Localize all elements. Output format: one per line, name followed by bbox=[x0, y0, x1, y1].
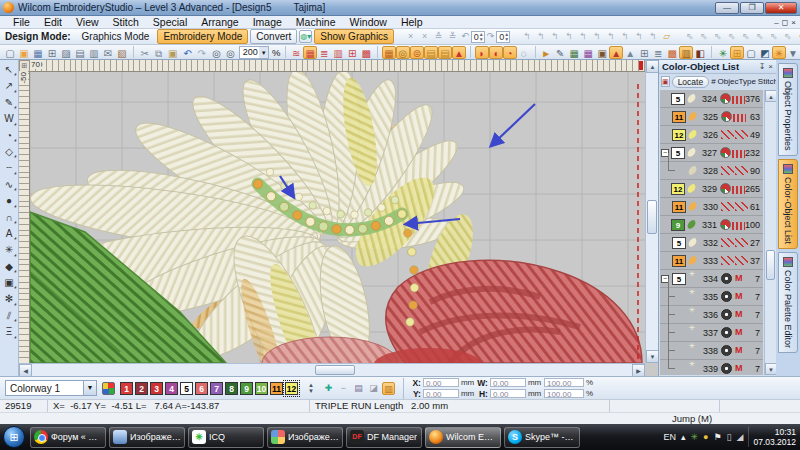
image-icon[interactable]: ▣ bbox=[595, 46, 609, 59]
tatami-fill-icon[interactable]: ◗ bbox=[475, 46, 489, 59]
height-scale-field[interactable]: 100.00 bbox=[544, 389, 584, 399]
undo-count-field[interactable]: 0▲▼ bbox=[471, 31, 485, 43]
object-row[interactable]: − 338 7 bbox=[660, 342, 763, 360]
menu-item[interactable]: Help bbox=[394, 16, 430, 28]
pin-icon[interactable]: ↧ bbox=[759, 62, 766, 71]
machine-icon[interactable]: ⊞ bbox=[637, 46, 651, 59]
cut-travel-icon[interactable]: × bbox=[404, 30, 417, 43]
zoom-level-combo[interactable]: 200▼ bbox=[239, 46, 269, 59]
undo-icon[interactable]: ↶ bbox=[181, 46, 195, 59]
locate-button[interactable]: Locate bbox=[672, 76, 710, 88]
travel-4-icon[interactable]: ↰ bbox=[562, 30, 575, 43]
vertical-scrollbar[interactable]: ▲ ▼ bbox=[645, 60, 658, 363]
reshape-icon[interactable]: ► bbox=[539, 46, 553, 59]
travel-7-icon[interactable]: ↰ bbox=[604, 30, 617, 43]
select-mode-3-icon[interactable]: ⇖ bbox=[711, 30, 724, 43]
menu-item[interactable]: Image bbox=[246, 16, 289, 28]
object-row[interactable]: − 11 330 61 bbox=[660, 198, 763, 216]
docked-panel-tab[interactable]: Color-Object List bbox=[778, 159, 798, 249]
menu-item[interactable]: Machine bbox=[289, 16, 343, 28]
colorway-table-icon[interactable]: ▦ bbox=[581, 46, 595, 59]
object-row[interactable]: − 5 324 376 bbox=[660, 90, 763, 108]
circle-tool[interactable]: ● bbox=[1, 193, 17, 209]
palette-color-chip[interactable]: 10 bbox=[255, 382, 268, 395]
redo-travel-icon[interactable]: ↷ bbox=[487, 30, 495, 43]
mdi-minimize-button[interactable]: – bbox=[774, 18, 778, 27]
tray-expand-arrow[interactable]: ▴ bbox=[681, 432, 686, 442]
object-row[interactable]: − 5 327 232 bbox=[660, 144, 763, 162]
resequence-icon[interactable]: ▣ bbox=[661, 76, 670, 87]
show-design-icon[interactable]: ▤ bbox=[438, 46, 452, 59]
taskbar-item[interactable]: Форум « Bro… bbox=[30, 427, 106, 448]
taskbar-item[interactable]: Изображен… bbox=[267, 427, 343, 448]
mdi-close-button[interactable]: × bbox=[791, 18, 796, 27]
hide-colors-icon[interactable]: ◪ bbox=[367, 382, 380, 395]
copy-icon[interactable]: ⧉ bbox=[152, 46, 166, 59]
select-mode-5-icon[interactable]: ⇖ bbox=[739, 30, 752, 43]
tray-coin-icon[interactable]: ● bbox=[703, 432, 708, 442]
hoop-globe-button[interactable]: ◍▾ bbox=[299, 30, 312, 43]
menu-item[interactable]: Stitch bbox=[106, 16, 146, 28]
design-properties-icon[interactable]: ▧ bbox=[115, 46, 129, 59]
show-background-icon[interactable]: ▤ bbox=[424, 46, 438, 59]
mdi-restore-button[interactable]: ◻ bbox=[782, 18, 789, 27]
select-mode-8-icon[interactable]: ⇖ bbox=[781, 30, 794, 43]
language-indicator[interactable]: EN bbox=[663, 432, 676, 442]
object-row[interactable]: − 12 326 49 bbox=[660, 126, 763, 144]
travel-10-icon[interactable]: ↰ bbox=[646, 30, 659, 43]
object-row[interactable]: − 11 325 63 bbox=[660, 108, 763, 126]
object-row[interactable]: − 11 333 37 bbox=[660, 252, 763, 270]
outline-run-icon[interactable]: ◌ bbox=[517, 46, 531, 59]
horizontal-scrollbar[interactable]: ◀ ▶ bbox=[19, 363, 645, 376]
h-field[interactable]: 0.00 bbox=[490, 389, 526, 399]
tray-network-icon[interactable]: ◢ bbox=[737, 432, 744, 442]
stitch-player-icon[interactable]: ▥ bbox=[679, 46, 693, 59]
stitch-edit-icon[interactable]: ✎ bbox=[553, 46, 567, 59]
print-palette-icon[interactable]: ▤ bbox=[352, 382, 365, 395]
object-row[interactable]: − 336 7 bbox=[660, 306, 763, 324]
abacus-icon[interactable]: ▩ bbox=[665, 46, 679, 59]
delete-travel-icon[interactable]: × bbox=[418, 30, 431, 43]
embroidery-design-canvas[interactable] bbox=[30, 72, 645, 363]
notes-icon[interactable]: ▢ bbox=[744, 46, 758, 59]
object-row[interactable]: − 5 332 27 bbox=[660, 234, 763, 252]
show-connectors-icon[interactable]: ≣ bbox=[317, 46, 331, 59]
lower-icon[interactable]: ≚ bbox=[446, 30, 459, 43]
object-row[interactable]: − 12 329 265 bbox=[660, 180, 763, 198]
select-tool[interactable]: ↖ bbox=[1, 62, 17, 78]
palette-color-chip[interactable]: 4 bbox=[165, 382, 178, 395]
remove-color-icon[interactable]: − bbox=[337, 382, 350, 395]
taskbar-clock[interactable]: 10:31 07.03.2012 bbox=[748, 427, 796, 447]
graphics-mode-button[interactable]: Graphics Mode bbox=[76, 29, 156, 44]
density-icon[interactable]: ≣ bbox=[651, 46, 665, 59]
block-tool[interactable]: ▣ bbox=[1, 275, 17, 291]
travel-9-icon[interactable]: ↰ bbox=[632, 30, 645, 43]
reshape-tool[interactable]: ↗ bbox=[1, 78, 17, 94]
show-hoop-icon[interactable]: ◎ bbox=[396, 46, 410, 59]
object-row[interactable]: − 328 90 bbox=[660, 162, 763, 180]
menu-item[interactable]: File bbox=[6, 16, 37, 28]
motif-fill-icon[interactable]: ◔ bbox=[503, 46, 517, 59]
knife-tool[interactable]: ✎ bbox=[1, 95, 17, 111]
ruler-origin-button[interactable]: ⊞ bbox=[19, 60, 30, 72]
send-email-icon[interactable]: ✉ bbox=[101, 46, 115, 59]
show-functions-icon[interactable]: ▩ bbox=[359, 46, 373, 59]
cut-icon[interactable]: ✂ bbox=[138, 46, 152, 59]
select-mode-7-icon[interactable]: ⇖ bbox=[767, 30, 780, 43]
minimize-button[interactable]: — bbox=[715, 2, 739, 14]
run-stitch-tool[interactable]: ┄ bbox=[1, 160, 17, 176]
show-outlines-icon[interactable]: ▥ bbox=[331, 46, 345, 59]
plant-icon[interactable]: ✳ bbox=[772, 46, 786, 59]
arc-tool[interactable]: ∩ bbox=[1, 210, 17, 226]
select-mode-6-icon[interactable]: ⇖ bbox=[753, 30, 766, 43]
person-red-icon[interactable]: ▲ bbox=[609, 46, 623, 59]
alert-icon[interactable]: ▲ bbox=[452, 46, 466, 59]
maximize-button[interactable]: ❐ bbox=[740, 2, 764, 14]
taskbar-item[interactable]: DF Manager bbox=[346, 427, 422, 448]
export-machine-icon[interactable]: ▨ bbox=[59, 46, 73, 59]
docked-panel-tab[interactable]: Color Palette Editor bbox=[778, 252, 798, 353]
folder-icon[interactable]: ▱ bbox=[660, 30, 673, 43]
sculpture-run-tool[interactable]: ∿ bbox=[1, 177, 17, 193]
y-field[interactable]: 0.00 bbox=[423, 389, 459, 399]
palette-color-chip[interactable]: 11 bbox=[270, 382, 283, 395]
